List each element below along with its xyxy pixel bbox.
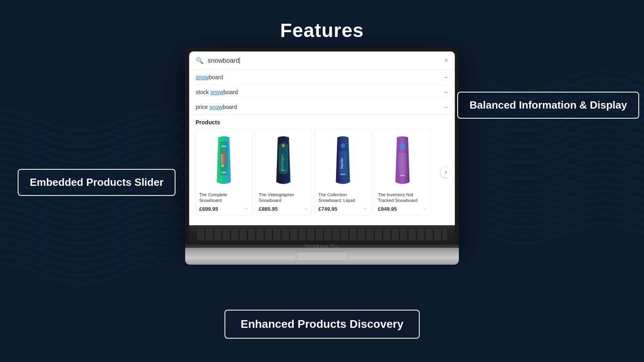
product-image-1: SHORE bbox=[199, 132, 248, 189]
laptop-trackpad[interactable] bbox=[296, 252, 348, 261]
product-card-2[interactable]: Hydrogen The Videographer Snowboard £885… bbox=[255, 129, 312, 216]
keyboard-keys bbox=[197, 229, 447, 241]
price-arrow-1: → bbox=[244, 206, 248, 212]
close-icon[interactable]: × bbox=[444, 56, 448, 65]
price-value-1: £699.95 bbox=[199, 206, 218, 212]
svg-rect-11 bbox=[400, 175, 405, 176]
price-arrow-2: → bbox=[303, 206, 308, 212]
product-image-3: liquida bbox=[318, 132, 367, 189]
price-value-4: £949.95 bbox=[378, 206, 397, 212]
svg-rect-5 bbox=[281, 170, 285, 171]
laptop: 🔍 snowboard × snowboard → stock snowboar… bbox=[185, 47, 459, 265]
embedded-products-slider-label: Embedded Products Slider bbox=[18, 169, 175, 196]
suggestion-list: snowboard → stock snowboard → price snow… bbox=[189, 70, 455, 115]
search-text: snowboard bbox=[208, 57, 239, 64]
product-image-4: S bbox=[378, 132, 427, 189]
laptop-display: 🔍 snowboard × snowboard → stock snowboar… bbox=[189, 51, 455, 225]
svg-rect-8 bbox=[341, 174, 346, 175]
suggestion-highlight-3: snow bbox=[209, 104, 223, 110]
svg-rect-1 bbox=[221, 146, 227, 147]
search-icon: 🔍 bbox=[196, 57, 204, 64]
product-name-2: The Videographer Snowboard bbox=[259, 192, 308, 204]
arrow-icon-3: → bbox=[443, 104, 448, 110]
page-title: Features bbox=[280, 19, 364, 41]
suggestion-item-1[interactable]: snowboard → bbox=[189, 70, 455, 85]
product-price-4: £949.95 → bbox=[378, 206, 427, 212]
slider-next-button[interactable]: › bbox=[440, 167, 448, 178]
svg-text:S: S bbox=[395, 145, 397, 148]
products-label: Products bbox=[196, 119, 448, 125]
search-ui: 🔍 snowboard × snowboard → stock snowboar… bbox=[189, 51, 455, 225]
product-name-1: The Complete Snowboard bbox=[199, 192, 248, 204]
enhanced-products-discovery-label: Enhanced Products Discovery bbox=[225, 310, 420, 339]
product-card-3[interactable]: liquida The Collection Snowboard: Liquid… bbox=[315, 129, 371, 216]
price-arrow-3: → bbox=[363, 206, 367, 212]
svg-rect-2 bbox=[221, 172, 227, 173]
product-card-1[interactable]: SHORE The Complete Snowboard £699.95 → bbox=[196, 129, 252, 216]
search-bar[interactable]: 🔍 snowboard × bbox=[189, 51, 455, 70]
suggestion-item-2[interactable]: stock snowboard → bbox=[189, 85, 455, 100]
arrow-icon-2: → bbox=[443, 89, 448, 95]
laptop-base bbox=[185, 248, 459, 265]
laptop-keyboard bbox=[189, 225, 455, 245]
laptop-hinge: NoteBook Pro bbox=[185, 245, 459, 248]
balanced-information-display-label: Balanced Information & Display bbox=[457, 92, 639, 119]
svg-text:liquida: liquida bbox=[340, 158, 344, 169]
product-name-4: The Inventory Not Tracked Snowboard bbox=[378, 192, 427, 204]
product-price-3: £749.95 → bbox=[318, 206, 367, 212]
arrow-icon-1: → bbox=[443, 74, 448, 80]
product-price-2: £885.95 → bbox=[259, 206, 308, 212]
suggestion-highlight-2: snow bbox=[211, 89, 224, 95]
search-cursor bbox=[239, 58, 240, 64]
svg-point-6 bbox=[341, 143, 345, 148]
product-name-3: The Collection Snowboard: Liquid bbox=[318, 192, 367, 204]
product-card-4[interactable]: S The Inventory Not Tracked Snowboard £9… bbox=[374, 129, 431, 216]
suggestion-text-1: snowboard bbox=[196, 74, 223, 80]
suggestion-item-3[interactable]: price snowboard → bbox=[189, 100, 455, 115]
product-price-1: £699.95 → bbox=[199, 206, 248, 212]
svg-text:Hydrogen: Hydrogen bbox=[280, 154, 284, 170]
price-value-3: £749.95 bbox=[318, 206, 337, 212]
product-image-2: Hydrogen bbox=[259, 132, 308, 189]
suggestion-text-3: price snowboard bbox=[196, 104, 237, 110]
products-slider: SHORE The Complete Snowboard £699.95 → bbox=[196, 129, 448, 216]
laptop-screen: 🔍 snowboard × snowboard → stock snowboar… bbox=[185, 47, 459, 245]
svg-point-9 bbox=[400, 143, 406, 149]
price-value-2: £885.95 bbox=[259, 206, 278, 212]
price-arrow-4: → bbox=[422, 206, 427, 212]
products-section: Products bbox=[189, 115, 455, 218]
search-input[interactable]: snowboard bbox=[208, 57, 440, 64]
suggestion-highlight-1: snow bbox=[196, 74, 209, 80]
suggestion-text-2: stock snowboard bbox=[196, 89, 238, 95]
svg-point-4 bbox=[282, 144, 285, 147]
